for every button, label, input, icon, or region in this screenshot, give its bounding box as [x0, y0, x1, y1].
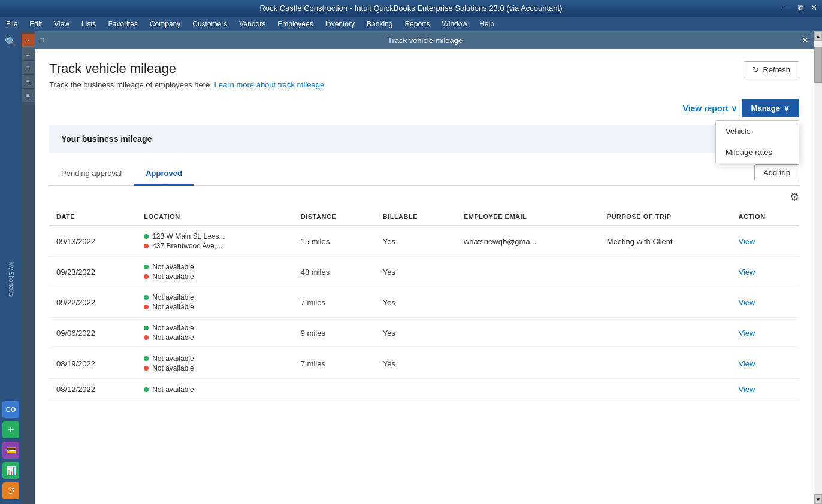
view-link[interactable]: View: [738, 237, 755, 246]
cell-distance: 7 miles: [294, 287, 376, 318]
cell-billable: Yes: [376, 226, 457, 257]
cell-email: [457, 318, 600, 348]
manage-mileage-rates-item[interactable]: Mileage rates: [716, 142, 799, 163]
cell-action[interactable]: View: [731, 287, 799, 318]
menu-file[interactable]: File: [5, 19, 19, 29]
content-area: □ Track vehicle mileage ✕ Track vehicle …: [35, 31, 814, 504]
cell-distance: [294, 379, 376, 400]
manage-chevron-icon: ∨: [784, 104, 790, 113]
menu-banking[interactable]: Banking: [365, 19, 394, 29]
origin-dot: [144, 326, 149, 330]
scroll-thumb[interactable]: [814, 47, 822, 83]
cell-purpose: [600, 379, 732, 400]
cell-action[interactable]: View: [731, 379, 799, 400]
table-row: 09/23/2022 Not available Not available 4…: [49, 257, 799, 287]
cell-email: [457, 287, 600, 318]
sidebar-wallet-icon[interactable]: 💳: [2, 442, 19, 459]
menu-vendors[interactable]: Vendors: [238, 19, 267, 29]
cell-action[interactable]: View: [731, 226, 799, 257]
view-link[interactable]: View: [738, 268, 755, 277]
nav-btn-5[interactable]: ≡: [22, 89, 35, 102]
page-subtitle: Track the business mileage of employees …: [49, 80, 324, 89]
cell-email: [457, 379, 600, 400]
manage-vehicle-item[interactable]: Vehicle: [716, 121, 799, 142]
manage-button[interactable]: Manage ∨: [742, 99, 799, 117]
tab-approved[interactable]: Approved: [134, 163, 194, 186]
table-row: 09/22/2022 Not available Not available 7…: [49, 287, 799, 318]
col-distance: DISTANCE: [294, 208, 376, 226]
nav-sidebar: › ≡ ≡ ≡ ≡: [22, 31, 35, 504]
menu-company[interactable]: Company: [149, 19, 182, 29]
chevron-down-icon: ∨: [731, 104, 737, 113]
cell-billable: Yes: [376, 287, 457, 318]
left-sidebar: 🔍 My Shortcuts CO + 💳 📊 ⏱: [0, 31, 22, 504]
cell-date: 08/19/2022: [49, 348, 137, 379]
title-bar: Rock Castle Construction - Intuit QuickB…: [0, 0, 822, 17]
menu-help[interactable]: Help: [478, 19, 495, 29]
menu-window[interactable]: Window: [440, 19, 469, 29]
cell-purpose: [600, 287, 732, 318]
menu-favorites[interactable]: Favorites: [107, 19, 139, 29]
menu-inventory[interactable]: Inventory: [324, 19, 356, 29]
view-report-button[interactable]: View report ∨: [683, 104, 737, 113]
menu-view[interactable]: View: [53, 19, 71, 29]
tab-pending[interactable]: Pending approval: [49, 163, 134, 186]
cell-date: 09/22/2022: [49, 287, 137, 318]
cell-email: [457, 348, 600, 379]
menu-bar: File Edit View Lists Favorites Company C…: [0, 17, 822, 31]
view-link[interactable]: View: [738, 329, 755, 338]
menu-reports[interactable]: Reports: [403, 19, 431, 29]
cell-purpose: [600, 348, 732, 379]
cell-action[interactable]: View: [731, 257, 799, 287]
view-link[interactable]: View: [738, 359, 755, 368]
origin-dot: [144, 387, 149, 392]
cell-date: 08/12/2022: [49, 379, 137, 400]
view-link[interactable]: View: [738, 298, 755, 307]
scroll-up-btn[interactable]: ▲: [814, 31, 822, 41]
sidebar-clock-icon[interactable]: ⏱: [2, 482, 19, 499]
table-row: 09/13/2022 123 W Main St, Lees... 437 Br…: [49, 226, 799, 257]
cell-billable: Yes: [376, 348, 457, 379]
content-scrollbar: ▲ ▼: [814, 31, 822, 504]
maximize-btn[interactable]: ⧉: [796, 2, 806, 13]
search-icon[interactable]: 🔍: [5, 36, 17, 47]
menu-customers[interactable]: Customers: [191, 19, 228, 29]
table-row: 08/12/2022 Not available View: [49, 379, 799, 400]
menu-edit[interactable]: Edit: [28, 19, 43, 29]
nav-btn-3[interactable]: ≡: [22, 61, 35, 74]
settings-icon[interactable]: ⚙: [790, 190, 799, 204]
col-location: LOCATION: [137, 208, 294, 226]
page-content: Track vehicle mileage Track the business…: [35, 49, 814, 504]
cell-billable: Yes: [376, 318, 457, 348]
cell-purpose: [600, 257, 732, 287]
learn-more-link[interactable]: Learn more about track mileage: [214, 80, 325, 89]
app-title: Rock Castle Construction - Intuit QuickB…: [259, 4, 562, 13]
refresh-button[interactable]: ↻ Refresh: [744, 61, 799, 78]
minimize-btn[interactable]: —: [781, 2, 793, 13]
manage-dropdown: Vehicle Mileage rates: [715, 120, 799, 163]
nav-btn-4[interactable]: ≡: [22, 75, 35, 88]
cell-distance: 48 miles: [294, 257, 376, 287]
cell-location: Not available Not available: [137, 287, 294, 318]
sidebar-co-icon[interactable]: CO: [2, 401, 19, 418]
sub-header-close[interactable]: ✕: [802, 35, 809, 45]
origin-dot: [144, 234, 149, 239]
cell-distance: 9 miles: [294, 318, 376, 348]
menu-lists[interactable]: Lists: [80, 19, 98, 29]
dest-dot: [144, 305, 149, 309]
view-link[interactable]: View: [738, 385, 755, 394]
sidebar-add-icon[interactable]: +: [2, 421, 19, 438]
cell-action[interactable]: View: [731, 348, 799, 379]
sub-header-title: Track vehicle mileage: [49, 36, 802, 45]
sidebar-chart-icon[interactable]: 📊: [2, 462, 19, 479]
col-date: DATE: [49, 208, 137, 226]
nav-btn-2[interactable]: ≡: [22, 47, 35, 60]
nav-btn-1[interactable]: ›: [22, 34, 35, 47]
menu-employees[interactable]: Employees: [276, 19, 314, 29]
close-btn[interactable]: ✕: [808, 2, 820, 13]
page-header-right: ↻ Refresh: [744, 61, 799, 78]
cell-location: Not available: [137, 379, 294, 400]
scroll-down-btn[interactable]: ▼: [814, 494, 822, 504]
add-trip-button[interactable]: Add trip: [754, 164, 799, 181]
cell-action[interactable]: View: [731, 318, 799, 348]
